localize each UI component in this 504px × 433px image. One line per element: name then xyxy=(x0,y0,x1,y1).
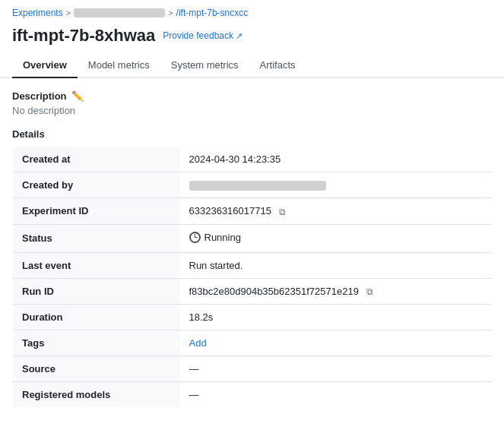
details-section-title: Details xyxy=(12,128,492,140)
row-key-created-at: Created at xyxy=(13,147,180,172)
copy-run-id-icon[interactable]: ⧉ xyxy=(366,286,373,297)
table-row: Status Running xyxy=(13,224,492,252)
table-row: Experiment ID 633236316017715 ⧉ xyxy=(13,198,492,225)
breadcrumb-experiments[interactable]: Experiments xyxy=(12,8,63,18)
row-key-created-by: Created by xyxy=(13,172,180,198)
row-value-registered-models: — xyxy=(180,382,492,408)
main-content: Description ✏️ No description Details Cr… xyxy=(0,78,504,420)
edit-description-icon[interactable]: ✏️ xyxy=(71,90,84,102)
copy-experiment-id-icon[interactable]: ⧉ xyxy=(279,207,286,217)
run-id-value: f83bc2e80d904b35b62351f72571e219 xyxy=(189,286,359,297)
table-row: Run ID f83bc2e80d904b35b62351f72571e219 … xyxy=(13,278,492,305)
row-key-registered-models: Registered models xyxy=(13,382,180,408)
row-value-source: — xyxy=(180,356,492,382)
breadcrumb-run[interactable]: /ift-mpt-7b-sncxcc xyxy=(176,8,249,18)
add-tags-link[interactable]: Add xyxy=(189,337,207,349)
page-title-area: ift-mpt-7b-8xhwaa Provide feedback ↗ xyxy=(0,23,504,53)
tab-bar: Overview Model metrics System metrics Ar… xyxy=(0,53,504,78)
breadcrumb: Experiments > > /ift-mpt-7b-sncxcc xyxy=(0,0,504,23)
row-value-run-id: f83bc2e80d904b35b62351f72571e219 ⧉ xyxy=(180,278,492,305)
table-row: Source — xyxy=(13,356,492,382)
feedback-label: Provide feedback xyxy=(163,30,233,41)
tab-artifacts[interactable]: Artifacts xyxy=(249,53,306,78)
description-label: Description xyxy=(12,90,67,102)
row-value-last-event: Run started. xyxy=(180,252,492,278)
row-value-experiment-id: 633236316017715 ⧉ xyxy=(180,198,492,225)
status-badge: Running xyxy=(189,232,241,243)
breadcrumb-users-blurred xyxy=(74,8,165,17)
row-value-status: Running xyxy=(180,224,492,252)
row-key-run-id: Run ID xyxy=(13,278,180,305)
clock-icon xyxy=(189,232,201,243)
status-label: Running xyxy=(204,232,241,243)
table-row: Duration 18.2s xyxy=(13,305,492,330)
details-table: Created at 2024-04-30 14:23:35 Created b… xyxy=(12,146,492,408)
table-row: Created by xyxy=(13,172,492,198)
row-value-duration: 18.2s xyxy=(180,305,492,330)
description-text: No description xyxy=(12,105,492,116)
row-key-tags: Tags xyxy=(13,330,180,356)
row-key-source: Source xyxy=(13,356,180,382)
external-link-icon: ↗ xyxy=(236,31,242,41)
row-value-created-by xyxy=(180,172,492,198)
breadcrumb-sep2: > xyxy=(168,8,173,17)
row-value-created-at: 2024-04-30 14:23:35 xyxy=(180,147,492,172)
breadcrumb-sep1: > xyxy=(66,8,71,17)
row-value-tags: Add xyxy=(180,330,492,356)
page-title: ift-mpt-7b-8xhwaa xyxy=(12,26,155,46)
row-key-status: Status xyxy=(13,224,180,252)
feedback-link[interactable]: Provide feedback ↗ xyxy=(163,30,242,41)
tab-system-metrics[interactable]: System metrics xyxy=(160,53,249,78)
row-key-last-event: Last event xyxy=(13,252,180,278)
table-row: Tags Add xyxy=(13,330,492,356)
created-by-blurred xyxy=(189,181,326,191)
description-section-title: Description ✏️ xyxy=(12,90,492,102)
row-key-experiment-id: Experiment ID xyxy=(13,198,180,225)
tab-overview[interactable]: Overview xyxy=(12,53,78,78)
table-row: Created at 2024-04-30 14:23:35 xyxy=(13,147,492,172)
table-row: Last event Run started. xyxy=(13,252,492,278)
table-row: Registered models — xyxy=(13,382,492,408)
experiment-id-value: 633236316017715 xyxy=(189,205,271,216)
row-key-duration: Duration xyxy=(13,305,180,330)
tab-model-metrics[interactable]: Model metrics xyxy=(78,53,160,78)
